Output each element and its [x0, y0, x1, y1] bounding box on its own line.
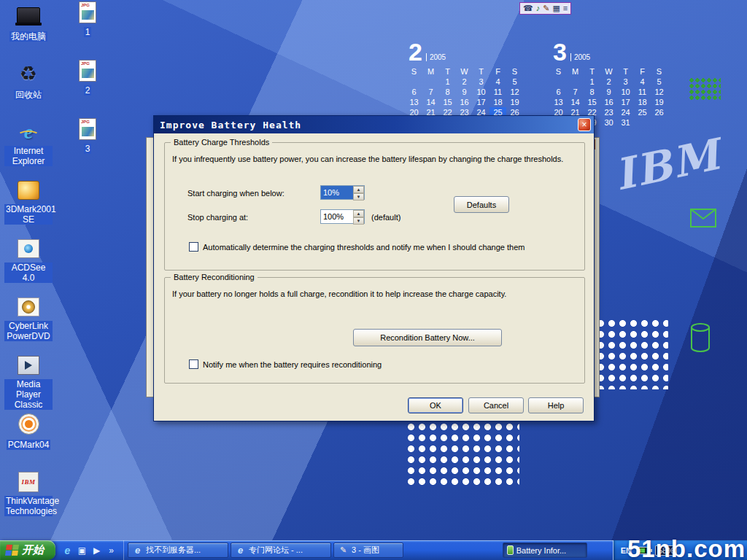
dialog-titlebar[interactable]: Improve Battery Health ×: [154, 116, 594, 133]
stop-threshold-spinner[interactable]: 100% ▲▼: [320, 209, 365, 224]
group-legend: Battery Reconditioning: [171, 273, 258, 281]
desktop-icon-label: 回收站: [14, 90, 43, 100]
calendar-day: 3: [473, 77, 489, 87]
show-desktop-icon[interactable]: ▣: [77, 545, 88, 556]
calendar-day: 1: [439, 77, 456, 87]
internet-explorer-icon[interactable]: e: [62, 545, 73, 556]
calendar-day-header: S: [651, 66, 667, 77]
jpg-thumbnail: [79, 118, 96, 140]
ibm-logo: IBM: [611, 130, 725, 201]
jpg-file-icon[interactable]: 2: [69, 60, 107, 114]
pen-icon[interactable]: ✎: [543, 3, 549, 14]
taskbar-task-button[interactable]: 专门网论坛 - ...: [231, 542, 331, 558]
calendar-day: 11: [489, 87, 506, 97]
defaults-button[interactable]: Defaults: [454, 196, 509, 213]
envelope-icon: [690, 209, 716, 228]
calendar-day: 1: [584, 77, 600, 87]
calendar-day-header: W: [600, 66, 617, 77]
start-threshold-spinner[interactable]: 10% ▲▼: [320, 185, 365, 200]
desktop-icon-label: Internet Explorer: [4, 146, 53, 166]
calendar-day: 7: [422, 87, 439, 97]
jpg-file-label: 3: [84, 144, 92, 154]
media-player-icon[interactable]: ▶: [91, 545, 102, 556]
jpg-file-icon[interactable]: 1: [69, 1, 107, 55]
calendar-day: 6: [550, 87, 567, 97]
stop-threshold-value[interactable]: 100%: [321, 210, 353, 223]
desktop-icon[interactable]: ACDSee 4.0: [4, 236, 53, 292]
spin-up-icon[interactable]: ▲: [353, 186, 364, 193]
desktop-icon[interactable]: 我的电脑: [4, 3, 53, 58]
calendar-day: 14: [567, 97, 584, 107]
desktop: IBM 2 2005 SMTWTFS1234567891011121314151…: [0, 0, 747, 560]
auto-determine-label: Automatically determine the charging thr…: [203, 243, 575, 252]
wallpaper-calendar-february: 2 2005 SMTWTFS12345678910111213141516171…: [406, 39, 523, 128]
calendar-day: 7: [567, 87, 584, 97]
ok-button[interactable]: OK: [408, 397, 463, 413]
calendar-day-header: M: [567, 66, 584, 77]
notify-reconditioning-label: Notify me when the battery requires reco…: [203, 360, 575, 370]
calendar-day: [567, 77, 584, 87]
calendar-day: 26: [651, 107, 667, 117]
acdsee-icon: [4, 236, 53, 261]
audio-icon[interactable]: ♪: [536, 3, 541, 14]
calendar-day-header: T: [473, 66, 489, 77]
auto-determine-checkbox[interactable]: [189, 242, 198, 252]
thinkvantage-icon: [4, 470, 53, 494]
calendar-day: 9: [456, 87, 473, 97]
cancel-button[interactable]: Cancel: [468, 397, 524, 413]
calendar-day-header: S: [506, 66, 523, 77]
dialog-body: Battery Charge Thresholds If you infrequ…: [154, 133, 594, 421]
start-button[interactable]: 开始: [0, 540, 55, 560]
jpg-file-column: 1 2 3: [69, 1, 107, 176]
calendar-day: 16: [456, 97, 473, 107]
floating-language-toolbar[interactable]: ☎♪✎▦≡: [519, 2, 571, 15]
calendar-day-header: M: [422, 66, 439, 77]
calendar-day: [651, 117, 667, 128]
stop-charging-label: Stop charging at:: [187, 213, 248, 222]
recondition-battery-button[interactable]: Recondition Battery Now...: [353, 329, 502, 346]
grid-icon[interactable]: ▦: [552, 3, 560, 14]
calendar-day: 17: [617, 97, 634, 107]
jpg-file-icon[interactable]: 3: [69, 118, 107, 172]
help-button[interactable]: Help: [528, 397, 584, 413]
calendar-day: 8: [439, 87, 456, 97]
wallpaper-green-grid-decoration: [689, 77, 721, 101]
calendar-header: 3 2005: [553, 39, 667, 64]
calendar-day: 24: [617, 107, 634, 117]
spinner-buttons: ▲▼: [353, 186, 364, 199]
desktop-icon[interactable]: Internet Explorer: [4, 120, 53, 175]
spin-down-icon[interactable]: ▼: [353, 217, 364, 225]
calendar-day: 4: [634, 77, 651, 87]
calendar-month-number: 2: [409, 39, 422, 64]
start-threshold-value[interactable]: 10%: [321, 186, 353, 199]
calendar-day: 4: [489, 77, 506, 87]
battery-charge-thresholds-group: Battery Charge Thresholds If you infrequ…: [164, 142, 585, 271]
spin-down-icon[interactable]: ▼: [353, 193, 364, 201]
taskbar-task-button[interactable]: 找不到服务器...: [128, 542, 228, 558]
calendar-day: 6: [406, 87, 422, 97]
calendar-day-header: T: [584, 66, 600, 77]
close-icon[interactable]: ×: [578, 118, 591, 131]
taskbar-task-button[interactable]: 3 - 画图: [333, 542, 403, 558]
taskbar-task-button[interactable]: Battery Infor...: [503, 542, 587, 558]
spin-up-icon[interactable]: ▲: [353, 210, 364, 217]
calendar-day: 14: [422, 97, 439, 107]
calendar-day-header: F: [489, 66, 506, 77]
notify-reconditioning-checkbox[interactable]: [189, 359, 198, 369]
desktop-icon[interactable]: CyberLink PowerDVD: [4, 295, 53, 350]
document-icon[interactable]: ≡: [563, 3, 568, 14]
desktop-icon[interactable]: 回收站: [4, 61, 53, 117]
calendar-day: 13: [406, 97, 422, 107]
ie-icon: [4, 120, 53, 144]
calendar-day: 19: [651, 97, 667, 107]
calendar-day: 8: [584, 87, 600, 97]
desktop-icon[interactable]: PCMark04: [4, 411, 53, 467]
calendar-day-header: T: [617, 66, 634, 77]
calendar-day: [550, 77, 567, 87]
desktop-icon[interactable]: 3DMark2001 SE: [4, 178, 53, 233]
desktop-icon[interactable]: Media Player Classic: [4, 353, 53, 408]
desktop-icon[interactable]: ThinkVantage Technologies: [4, 470, 53, 525]
phone-icon[interactable]: ☎: [523, 3, 533, 14]
calendar-day: 5: [506, 77, 523, 87]
more-icons-chevron[interactable]: »: [106, 545, 117, 556]
